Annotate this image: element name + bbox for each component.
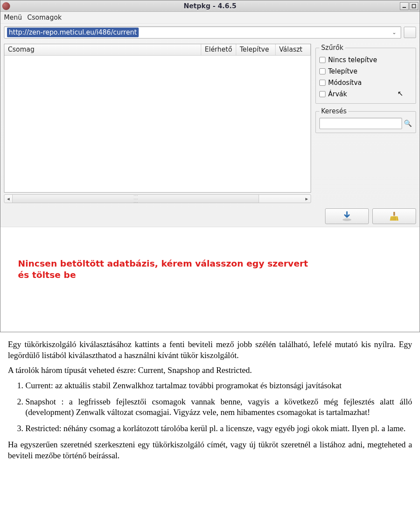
- no-database-message: Nincsen betöltött adatbázis, kérem válas…: [18, 258, 315, 281]
- menu-menu[interactable]: Menü: [4, 14, 22, 21]
- checkbox-icon[interactable]: [319, 68, 326, 74]
- filter-arvak[interactable]: Árvák ↖: [319, 88, 412, 100]
- download-button[interactable]: [325, 208, 369, 224]
- message-area: Nincsen betöltött adatbázis, kérem válas…: [0, 227, 420, 332]
- table-header: Csomag Elérhető Telepítve Választ: [4, 44, 311, 56]
- chevron-down-icon[interactable]: ⌄: [389, 29, 399, 35]
- search-icon[interactable]: 🔍: [404, 119, 412, 127]
- document-text: Egy tükörkiszolgáló kiválasztásához katt…: [0, 332, 420, 470]
- col-telepitve[interactable]: Telepítve: [236, 44, 276, 55]
- filter-nincs-telepitve[interactable]: Nincs telepítve: [319, 54, 412, 66]
- filters-legend: Szűrők: [319, 44, 345, 52]
- doc-li-1: Current: az aktuális stabil Zenwalkhoz t…: [25, 380, 412, 391]
- checkbox-icon[interactable]: [319, 80, 326, 86]
- filter-label: Árvák: [328, 90, 347, 98]
- doc-li-3: Restricted: néhány csomag a korlátozott …: [25, 423, 412, 434]
- filter-modositva[interactable]: Módosítva: [319, 77, 412, 88]
- mirror-url-input[interactable]: http://zen-repo.meticul.eu/i486/current …: [4, 26, 401, 39]
- search-legend: Keresés: [319, 107, 348, 115]
- col-csomag[interactable]: Csomag: [4, 44, 201, 55]
- action-buttons: [0, 206, 420, 227]
- checkbox-icon[interactable]: [319, 91, 326, 97]
- mirror-url-row: http://zen-repo.meticul.eu/i486/current …: [0, 24, 420, 41]
- checkbox-icon[interactable]: [319, 57, 326, 63]
- scroll-thumb[interactable]: [12, 195, 259, 203]
- package-list-pane: Csomag Elérhető Telepítve Választ ◂ ▸: [4, 44, 311, 203]
- package-table: Csomag Elérhető Telepítve Választ: [4, 44, 311, 193]
- svg-rect-3: [393, 212, 395, 216]
- menu-csomagok[interactable]: Csomagok: [27, 14, 62, 21]
- mirror-url-text: http://zen-repo.meticul.eu/i486/current: [7, 28, 139, 37]
- cursor-icon: ↖: [398, 89, 403, 98]
- menubar: Menü Csomagok: [0, 12, 420, 24]
- doc-list: Current: az aktuális stabil Zenwalkhoz t…: [8, 380, 412, 434]
- scroll-track[interactable]: [12, 195, 303, 203]
- filter-label: Telepítve: [328, 67, 357, 75]
- search-input[interactable]: [319, 118, 402, 129]
- scroll-right-icon[interactable]: ▸: [303, 196, 311, 202]
- doc-para-2: A tárolók három típusát veheted észre: C…: [8, 365, 412, 376]
- col-valaszt[interactable]: Választ: [276, 44, 311, 55]
- clean-button[interactable]: [372, 208, 416, 224]
- search-fieldset: Keresés 🔍: [315, 107, 416, 133]
- doc-para-1: Egy tükörkiszolgáló kiválasztásához katt…: [8, 339, 412, 361]
- window-title: Netpkg - 4.6.5: [0, 2, 420, 10]
- col-elerheto[interactable]: Elérhető: [201, 44, 236, 55]
- netpkg-window: Netpkg - 4.6.5 Menü Csomagok http://zen-…: [0, 0, 420, 332]
- refresh-button[interactable]: [404, 27, 416, 38]
- doc-li-2: Snapshot : a legfrisseb fejlesztői csoma…: [25, 397, 412, 418]
- svg-point-2: [343, 218, 351, 221]
- middle-panes: Csomag Elérhető Telepítve Választ ◂ ▸ Sz…: [0, 41, 420, 206]
- filter-label: Módosítva: [328, 79, 362, 87]
- titlebar: Netpkg - 4.6.5: [0, 0, 420, 12]
- filters-fieldset: Szűrők Nincs telepítve Telepítve Módosít…: [315, 44, 416, 104]
- doc-para-3: Ha egyszerűen szeretnéd szerkeszteni egy…: [8, 439, 412, 461]
- filter-telepitve[interactable]: Telepítve: [319, 66, 412, 77]
- scroll-left-icon[interactable]: ◂: [4, 196, 12, 202]
- h-scrollbar[interactable]: ◂ ▸: [4, 194, 311, 203]
- filter-label: Nincs telepítve: [328, 56, 377, 64]
- right-pane: Szűrők Nincs telepítve Telepítve Módosít…: [315, 44, 416, 203]
